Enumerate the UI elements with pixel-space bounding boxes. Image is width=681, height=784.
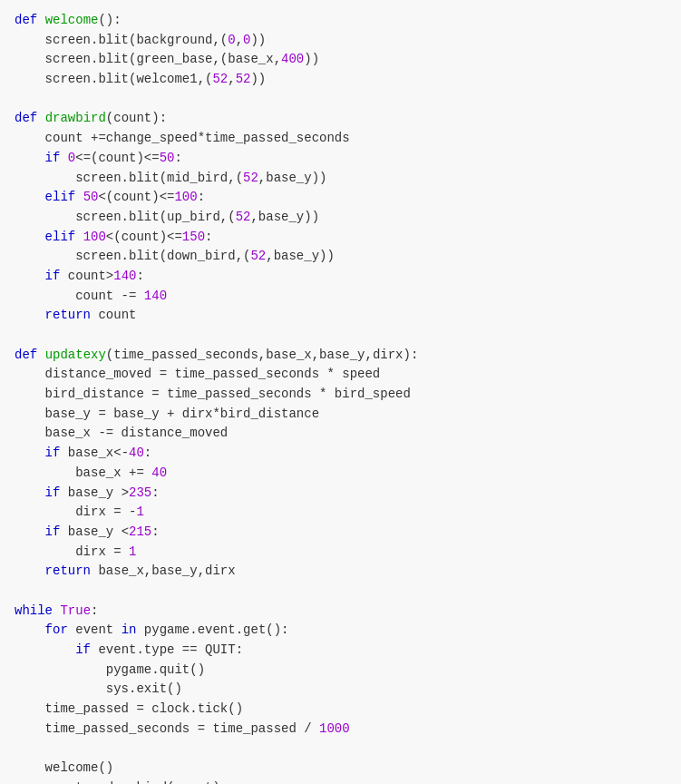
code-content: def welcome(): screen.blit(background,(0… [15,11,666,784]
code-editor: def welcome(): screen.blit(background,(0… [0,0,681,784]
